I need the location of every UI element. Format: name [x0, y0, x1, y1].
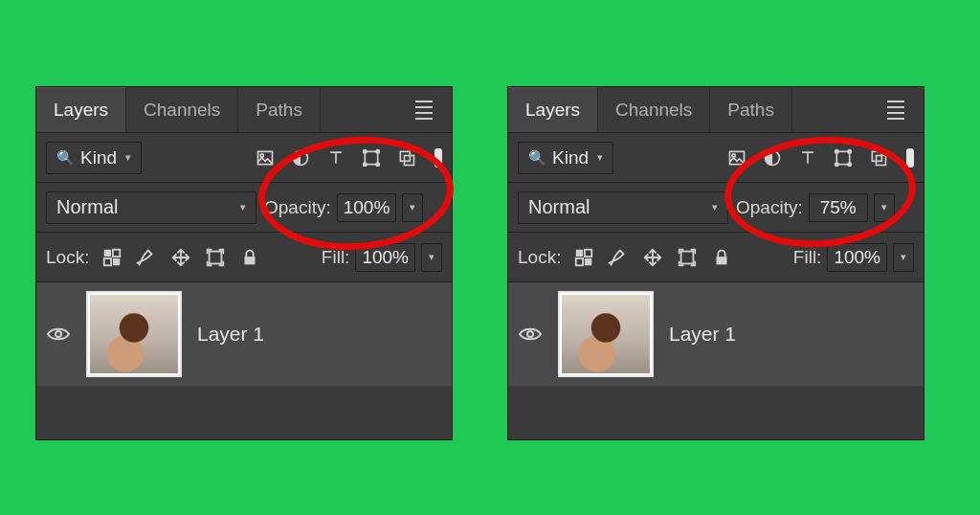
chevron-down-icon: ▾ [597, 151, 603, 164]
blend-row: Normal ▾ Opacity: 100% ▾ [36, 183, 452, 233]
search-icon: 🔍 [56, 149, 75, 167]
svg-rect-28 [585, 258, 591, 264]
lock-label: Lock: [46, 247, 89, 268]
filter-pixel-icon[interactable] [726, 147, 747, 168]
lock-transparency-icon[interactable] [572, 246, 595, 269]
opacity-label: Opacity: [736, 197, 803, 218]
filter-smart-icon[interactable] [396, 147, 417, 168]
lock-paint-icon[interactable] [135, 246, 158, 269]
blend-mode-label: Normal [528, 196, 590, 218]
lock-paint-icon[interactable] [607, 246, 630, 269]
filter-kind-label: Kind [80, 147, 117, 168]
panel-menu-icon[interactable] [883, 97, 908, 123]
lock-artboard-icon[interactable] [676, 246, 699, 269]
svg-point-16 [56, 331, 61, 337]
layer-row[interactable]: Layer 1 [36, 282, 452, 386]
tab-paths[interactable]: Paths [238, 87, 321, 132]
filter-type-icons [726, 147, 889, 168]
lock-position-icon[interactable] [641, 246, 664, 269]
chevron-down-icon: ▾ [712, 201, 718, 213]
filter-kind-select[interactable]: 🔍 Kind ▾ [518, 142, 613, 174]
svg-point-22 [848, 149, 851, 152]
layer-row[interactable]: Layer 1 [508, 282, 924, 386]
lock-all-icon[interactable] [710, 246, 733, 269]
filter-kind-select[interactable]: 🔍 Kind ▾ [46, 142, 142, 174]
svg-point-24 [848, 163, 851, 166]
svg-point-1 [260, 153, 263, 156]
panel-menu-icon[interactable] [412, 97, 436, 123]
lock-artboard-icon[interactable] [204, 246, 227, 269]
svg-rect-14 [210, 251, 222, 263]
svg-point-6 [364, 163, 367, 166]
fill-value[interactable]: 100% [355, 243, 415, 272]
filter-shape-icon[interactable] [833, 147, 854, 168]
layers-panel: Layers Channels Paths 🔍 Kind ▾ [35, 86, 453, 440]
opacity-value[interactable]: 100% [337, 193, 397, 222]
filter-row: 🔍 Kind ▾ [36, 133, 452, 183]
tab-layers[interactable]: Layers [36, 87, 126, 132]
chevron-down-icon: ▾ [125, 151, 131, 164]
svg-rect-11 [113, 258, 120, 264]
opacity-dropdown-icon[interactable]: ▾ [874, 193, 895, 222]
filter-type-icon[interactable] [325, 147, 346, 168]
lock-row: Lock: Fill: 100% ▾ [36, 233, 452, 282]
svg-rect-13 [113, 249, 120, 256]
filter-smart-icon[interactable] [868, 147, 889, 168]
fill-dropdown-icon[interactable]: ▾ [893, 243, 914, 272]
tab-channels[interactable]: Channels [126, 87, 238, 132]
blend-mode-label: Normal [56, 196, 118, 218]
svg-rect-20 [836, 151, 849, 164]
fill-label: Fill: [793, 247, 822, 268]
layer-name[interactable]: Layer 1 [669, 323, 736, 346]
opacity-control: Opacity: 75% ▾ [736, 193, 895, 222]
opacity-value[interactable]: 75% [809, 193, 868, 222]
filter-type-icons [255, 147, 417, 168]
layers-list: Layer 1 [36, 282, 452, 386]
blend-mode-select[interactable]: Normal ▾ [46, 191, 256, 224]
thumbnail-image [562, 295, 650, 373]
svg-point-33 [527, 331, 533, 337]
panel-tabs: Layers Channels Paths [508, 87, 924, 133]
layer-thumbnail[interactable] [86, 291, 182, 377]
visibility-toggle-icon[interactable] [46, 322, 71, 347]
lock-row: Lock: Fill: 100% ▾ [508, 233, 924, 282]
svg-rect-31 [681, 251, 694, 263]
layers-panel: Layers Channels Paths 🔍 Kind ▾ [507, 86, 924, 440]
svg-point-5 [376, 149, 379, 152]
filter-toggle[interactable] [434, 148, 442, 168]
lock-position-icon[interactable] [169, 246, 192, 269]
tab-channels[interactable]: Channels [598, 87, 710, 132]
search-icon: 🔍 [528, 149, 546, 167]
filter-adjustment-icon[interactable] [762, 147, 783, 168]
opacity-dropdown-icon[interactable]: ▾ [402, 193, 423, 222]
filter-shape-icon[interactable] [361, 147, 382, 168]
svg-rect-32 [717, 257, 727, 264]
fill-value[interactable]: 100% [827, 243, 887, 272]
filter-pixel-icon[interactable] [255, 147, 276, 168]
tab-layers[interactable]: Layers [508, 87, 598, 132]
filter-toggle[interactable] [906, 148, 914, 168]
opacity-label: Opacity: [264, 197, 331, 218]
lock-icons [572, 246, 733, 269]
svg-point-4 [364, 149, 367, 152]
svg-point-18 [732, 153, 735, 156]
fill-dropdown-icon[interactable]: ▾ [421, 243, 442, 272]
tab-paths[interactable]: Paths [710, 87, 792, 132]
svg-rect-15 [245, 257, 256, 264]
lock-transparency-icon[interactable] [100, 246, 123, 269]
blend-mode-select[interactable]: Normal ▾ [518, 191, 728, 224]
lock-all-icon[interactable] [238, 246, 261, 269]
svg-rect-10 [104, 249, 111, 256]
filter-row: 🔍 Kind ▾ [508, 133, 924, 183]
lock-icons [100, 246, 261, 269]
filter-adjustment-icon[interactable] [290, 147, 311, 168]
lock-label: Lock: [518, 247, 561, 268]
thumbnail-image [90, 295, 178, 373]
layer-thumbnail[interactable] [558, 291, 654, 377]
filter-type-icon[interactable] [797, 147, 818, 168]
fill-control: Fill: 100% ▾ [793, 243, 914, 272]
filter-kind-label: Kind [552, 147, 589, 168]
visibility-toggle-icon[interactable] [518, 322, 543, 347]
opacity-control: Opacity: 100% ▾ [264, 193, 423, 222]
layer-name[interactable]: Layer 1 [197, 323, 264, 346]
